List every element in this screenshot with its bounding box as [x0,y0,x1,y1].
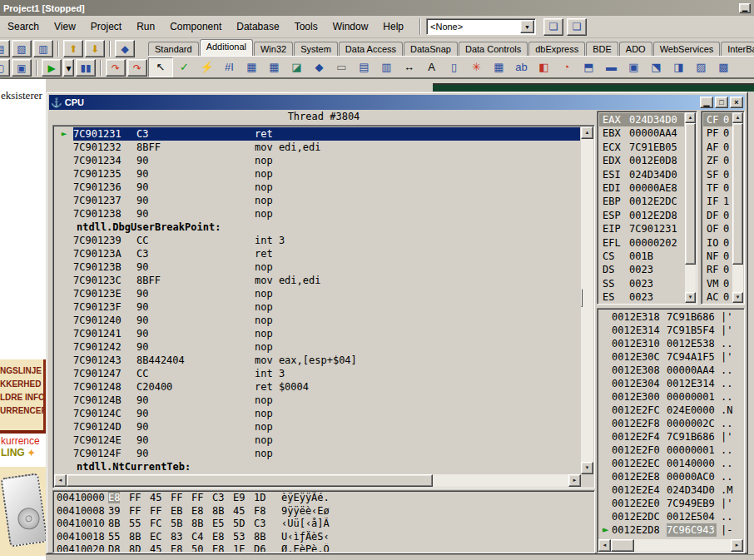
webpage-nav-link[interactable]: URRENCER [0,404,43,418]
pause-button[interactable]: ▮▮ [76,59,96,77]
component-stringgrid[interactable]: ▦ [241,57,263,77]
disasm-row[interactable]: 7C90123AC3ret [55,247,580,260]
stack-row[interactable]: ►0012E2D87C96C943|- [599,523,742,537]
stack-row[interactable]: 0012E3100012E538.. [599,337,742,350]
disassembly-hscrollbar[interactable]: ◄ ► [54,474,581,487]
stack-row[interactable]: 0012E2F47C91B686|' [599,430,742,444]
register-row[interactable]: ECX7C91EB05 [599,141,684,154]
disasm-row[interactable]: 7C90123890nop [55,207,580,221]
tab-system[interactable]: System [294,42,338,56]
menu-run[interactable]: Run [129,18,162,35]
register-row[interactable]: EIP7C901231 [599,222,684,235]
disasm-row[interactable]: 7C9012438B442404mov eax,[esp+$04] [55,354,580,367]
stack-row[interactable]: 0012E2F80000002C.. [599,417,742,430]
register-row[interactable]: EBX00000AA4 [599,126,684,140]
tab-datasnap[interactable]: DataSnap [404,42,458,56]
stack-row[interactable]: 0012E2EC00140000.. [599,457,742,470]
cpu-minimize-button[interactable]: ▁ [700,97,713,108]
tab-standard[interactable]: Standard [148,42,199,56]
stack-row[interactable]: 0012E3147C91B5F4|' [599,324,742,337]
cpu-maximize-button[interactable]: □ [715,97,728,108]
disasm-row[interactable]: 7C90123B90nop [55,260,580,274]
disasm-row[interactable]: 7C901247CCint 3 [55,367,580,380]
register-row[interactable]: SS0023 [599,277,684,290]
trace-into-button[interactable]: ↷ [106,59,126,77]
memory-row[interactable]: 00410018558BEC83C4E8538BU‹ìƒÄèS‹ [55,531,593,544]
register-row[interactable]: EFL00000202 [599,236,684,250]
disasm-row[interactable]: 7C90124190nop [55,327,580,340]
webpage-link-kurrence[interactable]: kurrence [1,435,46,447]
component-scrollbox[interactable]: ▤ [353,57,375,77]
scroll-up-icon[interactable]: ▲ [732,112,743,123]
disasm-label-row[interactable]: ntdll.DbgUserBreakPoint: [55,221,580,234]
menu-component[interactable]: Component [162,18,229,35]
disasm-row[interactable]: 7C90124C90nop [55,407,580,420]
desktop-combo[interactable]: <None> ▼ [426,18,536,35]
scroll-up-icon[interactable]: ▲ [685,112,696,123]
flag-row[interactable]: IO0 [703,236,732,250]
component-controlbar[interactable]: ▯ [443,57,465,77]
webpage-nav-link[interactable]: KKERHED [0,378,43,391]
flag-row[interactable]: AC0 [703,290,732,302]
scrollbar-thumb[interactable] [611,539,634,552]
component-splitter[interactable]: ↔ [398,57,420,77]
disasm-row[interactable]: 7C9012328BFFmov edi,edi [55,141,580,154]
register-row[interactable]: ES0023 [599,290,684,302]
flag-row[interactable]: RF0 [703,263,732,276]
tab-additional[interactable]: Additional [200,39,253,56]
component-applicationevents[interactable]: ✳ [465,57,488,77]
stack-row[interactable]: 0012E30800000AA4.. [599,364,742,377]
scroll-right-icon[interactable]: ► [731,539,743,552]
tab-ado[interactable]: ADO [619,42,652,56]
scroll-up-icon[interactable]: ▲ [581,126,593,139]
run-button[interactable]: ▶ [42,59,62,77]
remove-file-button[interactable]: ⬇ [85,40,105,57]
flag-row[interactable]: CF0 [703,113,732,126]
save-desktop-button[interactable]: ❏ [543,18,563,36]
tab-dbexpress[interactable]: dbExpress [528,42,585,56]
new-button[interactable]: ▤ [0,40,10,57]
save-button[interactable]: ▥ [33,40,53,57]
main-titlebar[interactable]: Project1 [Stopped] ▁ [0,0,754,16]
disasm-row[interactable]: 7C90124290nop [55,340,580,354]
set-debug-desktop-button[interactable]: ❏ [567,18,587,36]
memory-row[interactable]: 0041000839FFFFEBE88B45F89ÿÿëè‹Eø [55,505,593,518]
menu-view[interactable]: View [47,18,83,35]
run-dropdown-button[interactable]: ▾ [63,59,74,77]
flag-row[interactable]: PF0 [703,126,732,140]
disasm-row[interactable]: 7C90123690nop [55,181,580,194]
flag-row[interactable]: VM0 [703,277,732,290]
scrollbar-thumb[interactable] [67,474,433,487]
component-statictext[interactable]: A [420,57,443,77]
scroll-left-icon[interactable]: ◄ [598,539,611,552]
flag-row[interactable]: IF1 [703,195,732,208]
stack-row[interactable]: 0012E2FC024E0000.N [599,404,742,417]
help-button[interactable]: ◆ [115,40,135,57]
menu-project[interactable]: Project [83,18,129,35]
flag-row[interactable]: SF0 [703,168,732,181]
scroll-down-icon[interactable]: ▼ [732,292,743,303]
disasm-row[interactable]: 7C90123C8BFFmov edi,edi [55,274,580,287]
component-bitbtn[interactable]: ✓ [173,57,196,77]
register-row[interactable]: EBP0012E2DC [599,195,684,208]
webpage-nav-link[interactable]: LDRE INFO [0,391,43,404]
menu-search[interactable]: Search [0,18,47,35]
view-form-button[interactable]: ▢ [0,59,10,77]
flag-row[interactable]: NF0 [703,250,732,263]
component-chart[interactable]: ◔ [555,57,578,77]
flag-row[interactable]: ZF0 [703,154,732,167]
component-colorbox[interactable]: ◧ [533,57,555,77]
menu-database[interactable]: Database [229,18,286,35]
register-row[interactable]: EAX024D34D0 [599,113,684,126]
disasm-row[interactable]: 7C901231C3ret [73,127,580,141]
menu-help[interactable]: Help [375,18,411,35]
tab-bde[interactable]: BDE [586,42,618,56]
disasm-label-row[interactable]: ntdll.NtCurrentTeb: [55,460,580,473]
component-checklistbox[interactable]: ▥ [375,57,398,77]
disasm-row[interactable]: 7C90123590nop [55,167,580,181]
stack-row[interactable]: 0012E3040012E314.. [599,377,742,390]
disasm-row[interactable]: 7C90123490nop [55,154,580,167]
component-customizedlg[interactable]: ⬔ [645,57,667,77]
stack-row[interactable]: 0012E30C7C94A1F5|' [599,350,742,364]
disasm-row[interactable]: 7C901239CCint 3 [55,234,580,247]
